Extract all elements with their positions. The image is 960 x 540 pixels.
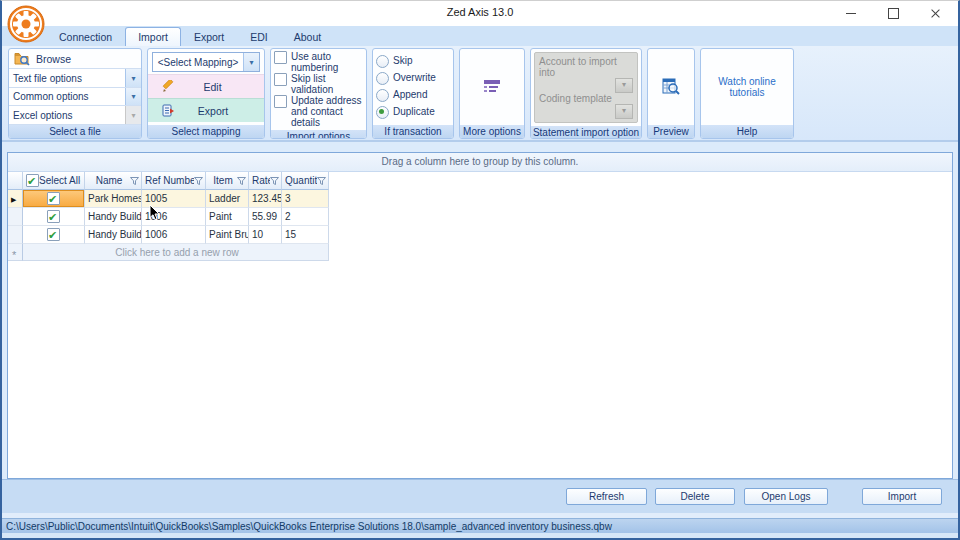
- column-header-ref-number[interactable]: Ref Number: [142, 172, 206, 190]
- grid-cell-rate[interactable]: 10: [249, 226, 282, 244]
- maximize-button[interactable]: [872, 1, 914, 26]
- checkbox-skip-list-validation[interactable]: Skip list validation: [274, 73, 363, 95]
- column-header-rate[interactable]: Rate: [249, 172, 282, 190]
- row-indicator: [8, 226, 23, 244]
- checkbox-icon[interactable]: [274, 73, 287, 86]
- radio-duplicate[interactable]: Duplicate: [376, 106, 450, 119]
- watch-tutorials-link[interactable]: Watch online tutorials: [701, 49, 793, 125]
- chevron-down-icon[interactable]: [125, 69, 141, 87]
- filter-icon[interactable]: [317, 177, 326, 185]
- column-header-item[interactable]: Item: [206, 172, 249, 190]
- minimize-button[interactable]: [830, 1, 872, 26]
- grid-cell-rate[interactable]: 55.99: [249, 208, 282, 226]
- open-logs-button[interactable]: Open Logs: [744, 488, 828, 505]
- browse-label: Browse: [36, 53, 71, 65]
- row-checkbox[interactable]: [47, 192, 60, 205]
- radio-icon[interactable]: [376, 55, 389, 68]
- account-to-import-label: Account to import into: [539, 56, 633, 78]
- more-options-button[interactable]: [460, 49, 524, 125]
- filter-icon[interactable]: [270, 177, 279, 185]
- ribbon-group-select-mapping: <Select Mapping> Edit Export: [147, 48, 265, 139]
- import-options-list: Use auto numbering Skip list validation …: [271, 49, 366, 130]
- grid-cell-quantity[interactable]: 15: [282, 226, 329, 244]
- grid-cell-quantity[interactable]: 2: [282, 208, 329, 226]
- grid-cell-item[interactable]: Paint Brush: [206, 226, 249, 244]
- radio-icon[interactable]: [376, 106, 389, 119]
- grid-cell-ref[interactable]: 1006: [142, 226, 206, 244]
- edit-mapping-button[interactable]: Edit: [148, 74, 264, 98]
- table-row: Handy Builders 1006 Paint Brush 10 15: [8, 226, 329, 244]
- column-header-quantity[interactable]: Quantity: [282, 172, 329, 190]
- grid-cell-item[interactable]: Ladder: [206, 190, 249, 208]
- status-bar: C:\Users\Public\Documents\Intuit\QuickBo…: [2, 518, 958, 533]
- tab-import[interactable]: Import: [125, 27, 181, 46]
- grid-cell-name[interactable]: Park Homes: [85, 190, 142, 208]
- grid-cell-name[interactable]: Handy Builders: [85, 208, 142, 226]
- checkbox-use-auto-numbering[interactable]: Use auto numbering: [274, 51, 363, 73]
- group-caption: Statement import option: [531, 126, 641, 139]
- grid-cell-quantity[interactable]: 3: [282, 190, 329, 208]
- grid-cell-rate[interactable]: 123.45: [249, 190, 282, 208]
- tab-export[interactable]: Export: [181, 27, 237, 46]
- preview-button[interactable]: [648, 49, 694, 125]
- radio-skip[interactable]: Skip: [376, 55, 450, 68]
- new-row-label[interactable]: Click here to add a new row: [23, 244, 329, 261]
- radio-overwrite[interactable]: Overwrite: [376, 72, 450, 85]
- pencil-icon: [162, 80, 175, 93]
- close-icon: [930, 8, 941, 19]
- app-logo-gear-icon[interactable]: [7, 5, 45, 43]
- ribbon-group-statement-import: Account to import into Coding template S…: [530, 48, 642, 139]
- grid-cell-select[interactable]: [23, 190, 85, 208]
- filter-icon[interactable]: [80, 177, 81, 185]
- filter-icon[interactable]: [194, 177, 203, 185]
- refresh-button[interactable]: Refresh: [566, 488, 647, 505]
- delete-button[interactable]: Delete: [655, 488, 735, 505]
- transaction-options-list: Skip Overwrite Append Duplicate: [373, 49, 453, 125]
- tab-connection[interactable]: Connection: [46, 27, 125, 46]
- filter-icon[interactable]: [130, 177, 139, 185]
- coding-template-label: Coding template: [539, 93, 633, 104]
- checkbox-update-address[interactable]: Update address and contact details: [274, 95, 363, 128]
- tab-edi[interactable]: EDI: [237, 27, 281, 46]
- chevron-down-icon[interactable]: [125, 88, 141, 106]
- ribbon: Browse Text file options Common options …: [2, 46, 958, 142]
- export-mapping-button[interactable]: Export: [148, 98, 264, 122]
- window-controls: [830, 1, 956, 26]
- radio-append[interactable]: Append: [376, 89, 450, 102]
- close-button[interactable]: [914, 1, 956, 26]
- browse-button[interactable]: Browse: [9, 49, 141, 69]
- current-row-indicator: [8, 190, 23, 208]
- grid-cell-name[interactable]: Handy Builders: [85, 226, 142, 244]
- grid-cell-select[interactable]: [23, 208, 85, 226]
- column-header-name[interactable]: Name: [85, 172, 142, 190]
- select-all-checkbox[interactable]: [26, 174, 39, 187]
- import-button[interactable]: Import: [862, 488, 942, 505]
- common-options-dropdown[interactable]: Common options: [9, 88, 141, 107]
- table-header-row: Select All Name Ref Number Item Rate: [8, 172, 329, 190]
- excel-options-dropdown[interactable]: Excel options: [9, 106, 141, 125]
- grid-cell-select[interactable]: [23, 226, 85, 244]
- checkbox-icon[interactable]: [274, 51, 287, 64]
- chevron-down-icon[interactable]: [243, 53, 259, 71]
- tab-about[interactable]: About: [281, 27, 334, 46]
- ribbon-group-preview: Preview: [647, 48, 695, 139]
- coding-template-dropdown-disabled: [615, 104, 633, 119]
- table-search-icon: [661, 77, 681, 97]
- row-checkbox[interactable]: [47, 228, 60, 241]
- new-row-indicator: [8, 244, 23, 261]
- group-caption: Import options: [271, 130, 366, 139]
- group-by-bar[interactable]: Drag a column here to group by this colu…: [8, 153, 952, 172]
- select-mapping-dropdown[interactable]: <Select Mapping>: [152, 52, 260, 72]
- add-new-row[interactable]: Click here to add a new row: [8, 244, 329, 261]
- radio-icon[interactable]: [376, 89, 389, 102]
- text-file-options-dropdown[interactable]: Text file options: [9, 69, 141, 88]
- footer-button-band: Refresh Delete Open Logs Import: [2, 479, 958, 513]
- checkbox-icon[interactable]: [274, 95, 287, 108]
- row-indicator-header: [8, 172, 23, 190]
- filter-icon[interactable]: [237, 177, 246, 185]
- grid-cell-item[interactable]: Paint: [206, 208, 249, 226]
- row-checkbox[interactable]: [47, 210, 60, 223]
- radio-icon[interactable]: [376, 72, 389, 85]
- group-caption: More options: [460, 125, 524, 138]
- select-all-header[interactable]: Select All: [23, 172, 85, 190]
